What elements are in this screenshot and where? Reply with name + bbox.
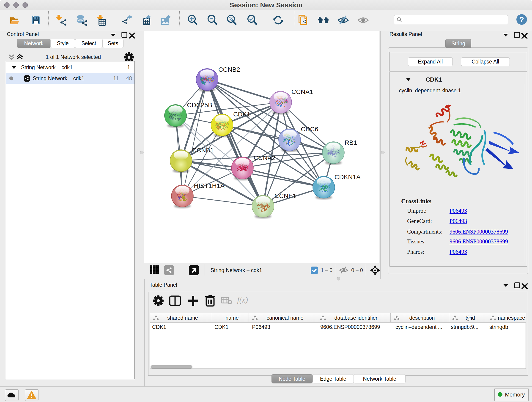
svg-text:CDC25B: CDC25B bbox=[187, 102, 212, 109]
svg-text:CCNA2: CCNA2 bbox=[254, 154, 275, 161]
svg-text:CCNB2: CCNB2 bbox=[218, 66, 240, 73]
svg-text:CDKN1A: CDKN1A bbox=[335, 173, 361, 181]
svg-text:HIST1H1A: HIST1H1A bbox=[194, 182, 225, 189]
svg-text:CCNB1: CCNB1 bbox=[192, 147, 214, 154]
svg-text:CCNA1: CCNA1 bbox=[291, 88, 313, 95]
svg-text:CDC6: CDC6 bbox=[301, 126, 318, 133]
svg-text:CCNE1: CCNE1 bbox=[274, 192, 296, 199]
svg-text:CDK1: CDK1 bbox=[233, 111, 250, 118]
svg-text:RB1: RB1 bbox=[345, 139, 357, 146]
